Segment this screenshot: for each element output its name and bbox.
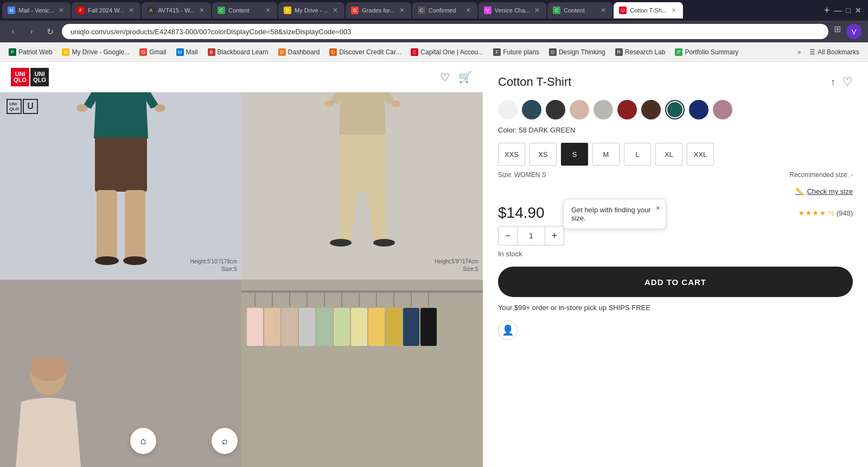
svg-point-10	[123, 256, 147, 265]
hanger-wire-7	[376, 291, 377, 307]
svg-rect-7	[97, 190, 117, 261]
tab-venicechat[interactable]: V Venice Cha... ✕	[478, 2, 546, 18]
tab-favicon-confirmed: C	[418, 7, 425, 14]
hanger-shirt-4	[316, 308, 333, 346]
quantity-increase-button[interactable]: +	[545, 226, 564, 245]
home-float-button[interactable]: ⌂	[130, 428, 156, 454]
ships-free-label: Your $99+ order or in-store pick up SHIP…	[498, 304, 650, 312]
bookmark-mail[interactable]: M Mail	[172, 46, 202, 58]
tab-close-grades[interactable]: ✕	[398, 7, 406, 14]
bookmark-design-thinking[interactable]: D Design Thinking	[545, 46, 610, 58]
refresh-button[interactable]: ↻	[43, 27, 56, 37]
size-button-xxs[interactable]: XXS	[498, 143, 525, 166]
minimize-icon[interactable]: —	[834, 6, 842, 15]
color-swatch-burgundy[interactable]	[617, 100, 637, 119]
hanger-wire-2	[289, 291, 290, 307]
size-button-l[interactable]: L	[624, 143, 651, 166]
size-button-m[interactable]: M	[592, 143, 620, 166]
product-image-1: UNIQLO U	[0, 92, 241, 280]
wishlist-icon[interactable]: ♡	[842, 75, 853, 89]
bookmark-favicon: D	[278, 48, 286, 56]
color-swatch-pink-beige[interactable]	[570, 100, 589, 119]
bookmarks-bar: P Patriot Web D My Drive - Google... G G…	[0, 42, 868, 62]
header-cart-icon[interactable]: 🛒	[458, 71, 472, 84]
tooltip-close-icon[interactable]: ×	[656, 204, 660, 212]
tab-favicon-venicechat: V	[484, 7, 492, 14]
uniqlo-logo[interactable]: UNIQLO UNIQLO	[11, 68, 49, 86]
tab-close-avt415[interactable]: ✕	[198, 7, 206, 14]
header-wishlist-icon[interactable]: ♡	[440, 71, 450, 84]
tab-mail[interactable]: M Mail - Venic... ✕	[2, 2, 71, 18]
tab-avt415[interactable]: A AVT415 - W... ✕	[142, 2, 211, 18]
size-info: Size: WOMEN S Recommended size: -	[498, 171, 853, 179]
bookmark-research-lab[interactable]: R Research Lab	[611, 46, 670, 58]
profile-icon[interactable]: V	[846, 24, 861, 39]
color-swatch-navy[interactable]	[689, 100, 709, 119]
color-swatch-dark-navy[interactable]	[522, 100, 541, 119]
check-my-size[interactable]: 📏 Check my size	[498, 187, 853, 195]
quantity-decrease-button[interactable]: −	[498, 226, 518, 245]
size-button-xl[interactable]: XL	[655, 143, 682, 166]
color-swatch-gray[interactable]	[593, 100, 613, 119]
bookmarks-more-icon[interactable]: »	[797, 48, 801, 56]
new-tab-icon[interactable]: +	[824, 5, 830, 16]
back-button[interactable]: ‹	[7, 27, 20, 36]
color-swatch-dark-brown[interactable]	[641, 100, 661, 119]
hanger-wire-3	[307, 291, 308, 307]
bookmark-dashboard[interactable]: D Dashboard	[274, 46, 324, 58]
tab-close-confirmed[interactable]: ✕	[464, 7, 472, 14]
quantity-row: − 1 +	[498, 226, 853, 245]
tab-grades[interactable]: G Grades for... ✕	[346, 2, 411, 18]
model2-size-label: Size:S	[463, 266, 478, 272]
add-to-cart-button[interactable]: ADD TO CART	[498, 267, 853, 297]
size-button-s[interactable]: S	[561, 143, 588, 166]
share-icon[interactable]: ↑	[831, 77, 835, 88]
account-icon[interactable]: 👤	[498, 320, 518, 340]
bookmark-patriot-web[interactable]: P Patriot Web	[4, 46, 56, 58]
tab-confirmed[interactable]: C Confirmed ✕	[412, 2, 477, 18]
bookmark-blackboard-learn[interactable]: B Blackboard Learn	[203, 46, 273, 58]
bookmark-future-plans[interactable]: F Future plans	[489, 46, 544, 58]
bookmark-my-drive---google...[interactable]: D My Drive - Google...	[58, 46, 134, 58]
tab-close-mydrive[interactable]: ✕	[331, 7, 339, 14]
tab-close-content2[interactable]: ✕	[599, 7, 607, 14]
tab-content1[interactable]: C Content ✕	[212, 2, 277, 18]
tab-content2[interactable]: C Content ✕	[547, 2, 612, 18]
extensions-icon[interactable]: ⊞	[834, 24, 841, 39]
tab-label-cotton: Cotton T-Sh...	[630, 7, 667, 14]
color-swatch-mauve[interactable]	[713, 100, 732, 119]
product-image-2: Height:5'9"/174cm Size:S	[241, 92, 483, 280]
stock-status: In stock	[498, 250, 853, 258]
color-swatch-white[interactable]	[498, 100, 518, 119]
tab-close-cotton[interactable]: ✕	[670, 7, 678, 14]
bookmark-gmail[interactable]: G Gmail	[135, 46, 170, 58]
tab-close-fall2024[interactable]: ✕	[127, 7, 135, 14]
quantity-value: 1	[518, 226, 545, 245]
tab-cotton[interactable]: U Cotton T-Sh... ✕	[614, 2, 683, 18]
tab-close-content1[interactable]: ✕	[264, 7, 272, 14]
hanger-wire-1	[272, 291, 273, 307]
hanger-shirt-2	[282, 308, 298, 346]
bookmark-portfolio-summary[interactable]: P Portfolio Summary	[671, 46, 743, 58]
size-button-xs[interactable]: XS	[529, 143, 557, 166]
tab-mydrive[interactable]: D My Drive - ... ✕	[278, 2, 344, 18]
size-button-xxl[interactable]: XXL	[687, 143, 714, 166]
all-bookmarks[interactable]: ☰ All Bookmarks	[805, 46, 864, 58]
maximize-icon[interactable]: □	[846, 6, 851, 15]
bookmark-capital-one-|-accou...[interactable]: C Capital One | Accou...	[406, 46, 488, 58]
tab-close-venicechat[interactable]: ✕	[533, 7, 541, 14]
hanger-item-1	[264, 291, 280, 346]
search-float-button[interactable]: ⌕	[212, 428, 238, 454]
tab-close-mail[interactable]: ✕	[58, 7, 65, 14]
close-window-icon[interactable]: ✕	[855, 6, 861, 15]
forward-button[interactable]: ›	[25, 27, 38, 36]
hanger-item-6	[351, 291, 367, 346]
svg-point-4	[76, 104, 87, 112]
all-bookmarks-label: All Bookmarks	[818, 48, 859, 56]
bookmark-discover-credit-car...[interactable]: D Discover Credit Car...	[325, 46, 405, 58]
color-swatch-black[interactable]	[546, 100, 565, 119]
tab-fall2024[interactable]: F Fall 2024 W... ✕	[72, 2, 141, 18]
tab-label-confirmed: Confirmed	[429, 7, 461, 14]
url-input[interactable]	[62, 24, 828, 39]
color-swatch-dark-green[interactable]	[665, 100, 685, 119]
